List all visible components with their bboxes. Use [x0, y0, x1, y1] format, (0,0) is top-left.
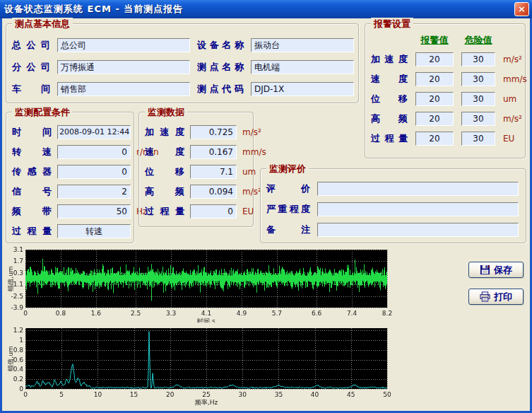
device-name-label: 设备名称 [197, 39, 244, 52]
process-data-label: 过程量 [145, 205, 184, 218]
velocity-alarm-field[interactable]: 20 [415, 72, 454, 86]
group-title-monitor-evaluation: 监测评价 [266, 163, 309, 175]
group-alarm-settings: 报警设置 报警值 危险值 加速度 20 30 m/s² 速 度 20 30 mm… [365, 23, 526, 158]
highfreq-alarm-label: 高 频 [371, 112, 408, 125]
severity-field[interactable] [317, 202, 519, 216]
signal-field[interactable]: 2 [57, 185, 131, 199]
group-monitor-config: 监测配置条件 时 间 2008-09-01 12:44:11 转 速 0 r/m… [6, 112, 134, 243]
print-button[interactable]: 打印 [468, 289, 524, 305]
eval-grid: 评 价 严重程度 备 注 [266, 182, 519, 237]
remark-field[interactable] [317, 223, 519, 237]
headquarters-field[interactable]: 总公司 [57, 38, 190, 52]
accel-danger-field[interactable]: 30 [461, 52, 495, 66]
group-monitor-evaluation: 监测评价 评 价 严重程度 备 注 [260, 168, 526, 243]
displacement-data-label: 位 移 [145, 165, 184, 178]
sensor-field[interactable]: 0 [57, 165, 131, 179]
velocity-alarm-unit: mm/s [503, 74, 527, 84]
group-point-basic-info: 测点基本信息 总公司 总公司 设备名称 振动台 分公司 万博振通 测点名称 电机… [6, 23, 359, 103]
group-title-alarm-settings: 报警设置 [371, 18, 413, 30]
titlebar: 设备状态监测系统 ECM - 当前测点报告 × [0, 0, 532, 18]
save-button-label: 保存 [494, 264, 512, 277]
danger-value-header: 危险值 [461, 34, 495, 47]
group-title-basic-info: 测点基本信息 [12, 18, 73, 30]
highfreq-danger-field[interactable]: 30 [461, 112, 495, 126]
app-window: 设备状态监测系统 ECM - 当前测点报告 × 测点基本信息 总公司 总公司 设… [0, 0, 532, 413]
signal-label: 信 号 [12, 185, 52, 198]
time-field[interactable]: 2008-09-01 12:44:11 [57, 125, 131, 139]
process-data-field[interactable]: 0 [190, 204, 237, 219]
process-alarm-unit: EU [503, 134, 527, 144]
process-alarm-label: 过程量 [371, 132, 408, 145]
accel-alarm-unit: m/s² [503, 54, 527, 64]
band-label: 频 带 [12, 205, 52, 218]
remark-label: 备 注 [266, 223, 310, 236]
group-monitor-data: 监测数据 加速度 0.725 m/s² 速 度 0.167 mm/s 位 移 7… [138, 112, 254, 227]
print-button-label: 打印 [494, 291, 512, 303]
waveform-chart [7, 246, 392, 322]
process-qty-label: 过程量 [12, 225, 52, 238]
speed-field[interactable]: 0 [57, 145, 131, 159]
alarm-grid: 报警值 危险值 加速度 20 30 m/s² 速 度 20 30 mm/s 位 … [371, 34, 527, 146]
velocity-alarm-label: 速 度 [371, 73, 408, 86]
accel-alarm-field[interactable]: 20 [415, 52, 454, 66]
displacement-alarm-label: 位 移 [371, 93, 408, 105]
sensor-label: 传感器 [12, 165, 52, 178]
point-name-label: 测点名称 [197, 61, 244, 74]
evaluation-label: 评 价 [266, 182, 310, 195]
close-button[interactable]: × [514, 2, 529, 16]
velocity-data-label: 速 度 [145, 146, 184, 158]
evaluation-field[interactable] [317, 182, 519, 196]
severity-label: 严重程度 [266, 203, 310, 216]
point-code-field[interactable]: DJD-1X [251, 82, 354, 96]
accel-alarm-label: 加速度 [371, 53, 408, 66]
velocity-data-unit: mm/s [242, 147, 266, 157]
accel-data-unit: m/s² [242, 127, 266, 137]
velocity-data-field[interactable]: 0.167 [190, 145, 237, 159]
process-alarm-field[interactable]: 20 [415, 132, 454, 146]
time-label: 时 间 [12, 126, 52, 139]
alarm-value-header: 报警值 [415, 34, 454, 47]
data-grid: 加速度 0.725 m/s² 速 度 0.167 mm/s 位 移 7.1 um… [145, 125, 266, 219]
process-qty-field[interactable]: 转速 [57, 224, 131, 238]
close-icon: × [518, 4, 526, 14]
accel-data-label: 加速度 [145, 126, 184, 139]
print-printer-icon [480, 291, 490, 302]
displacement-alarm-field[interactable]: 20 [415, 92, 454, 106]
point-code-label: 测点代码 [197, 83, 244, 95]
process-danger-field[interactable]: 30 [461, 132, 495, 146]
displacement-danger-field[interactable]: 30 [461, 92, 495, 106]
highfreq-alarm-field[interactable]: 20 [415, 112, 454, 126]
displacement-alarm-unit: um [503, 94, 527, 104]
displacement-data-field[interactable]: 7.1 [190, 165, 237, 179]
group-title-monitor-config: 监测配置条件 [12, 106, 73, 119]
band-field[interactable]: 50 [57, 204, 131, 219]
highfreq-data-label: 高 频 [145, 185, 184, 198]
config-grid: 时 间 2008-09-01 12:44:11 转 速 0 r/min 传感器 … [12, 125, 159, 238]
spectrum-chart [7, 322, 392, 407]
branch-field[interactable]: 万博振通 [57, 60, 190, 74]
highfreq-data-field[interactable]: 0.094 [190, 185, 237, 199]
velocity-danger-field[interactable]: 30 [461, 72, 495, 86]
headquarters-label: 总公司 [12, 39, 50, 52]
window-title: 设备状态监测系统 ECM - 当前测点报告 [4, 3, 183, 16]
point-name-field[interactable]: 电机端 [251, 60, 354, 74]
group-title-monitor-data: 监测数据 [145, 106, 187, 119]
workshop-field[interactable]: 销售部 [57, 82, 190, 96]
dialog-client-area: 测点基本信息 总公司 总公司 设备名称 振动台 分公司 万博振通 测点名称 电机… [2, 18, 530, 411]
highfreq-alarm-unit: m/s² [503, 114, 527, 124]
branch-label: 分公司 [12, 61, 50, 74]
speed-label: 转 速 [12, 146, 52, 158]
save-floppy-icon [480, 264, 490, 275]
device-name-field[interactable]: 振动台 [251, 38, 354, 52]
accel-data-field[interactable]: 0.725 [190, 125, 237, 139]
workshop-label: 车 间 [12, 83, 50, 95]
save-button[interactable]: 保存 [468, 262, 524, 278]
basic-info-grid: 总公司 总公司 设备名称 振动台 分公司 万博振通 测点名称 电机端 车 间 销… [12, 38, 354, 96]
